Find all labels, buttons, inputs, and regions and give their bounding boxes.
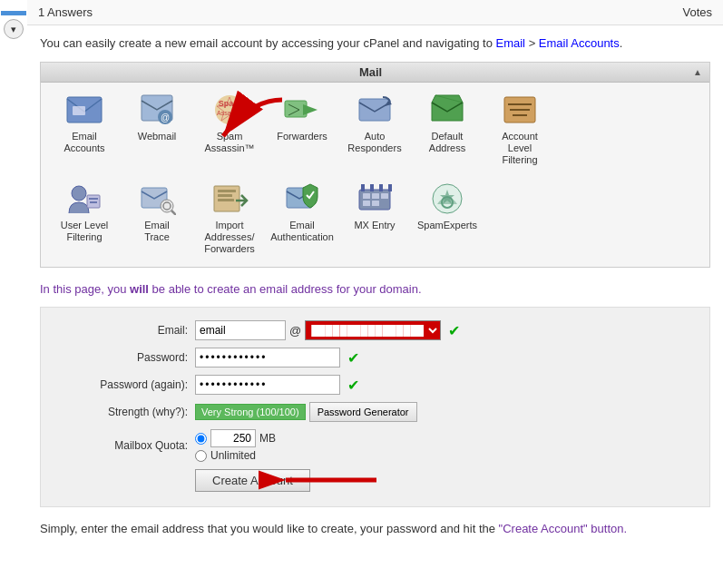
- auto-responders-icon-img: [353, 92, 396, 128]
- svg-rect-18: [87, 195, 100, 208]
- svg-rect-11: [359, 99, 390, 121]
- icon-forwarders[interactable]: Forwarders: [266, 86, 338, 172]
- mb-label: MB: [259, 432, 276, 445]
- webmail-icon: @: [138, 93, 176, 126]
- icon-auto-responders[interactable]: AutoResponders: [338, 86, 411, 172]
- email-input[interactable]: [195, 320, 286, 340]
- user-level-filtering-icon: [65, 182, 103, 215]
- svg-rect-31: [363, 193, 370, 199]
- bottom-highlight: "Create Account" button.: [499, 522, 627, 535]
- quota-unlimited-row: Unlimited: [195, 449, 276, 462]
- intro-text: You can easily create a new email accoun…: [40, 34, 710, 53]
- forwarders-icon: [283, 93, 321, 126]
- mail-panel-header: Mail ▲: [41, 63, 709, 83]
- default-address-label: DefaultAddress: [429, 131, 465, 154]
- mx-entry-label: MX Entry: [354, 220, 395, 231]
- password-generator-button[interactable]: Password Generator: [309, 402, 417, 422]
- svg-rect-33: [381, 193, 388, 199]
- icon-email-trace[interactable]: EmailTrace: [121, 175, 193, 261]
- email-authentication-label: EmailAuthentication: [270, 220, 334, 243]
- icon-account-level-filtering[interactable]: AccountLevelFiltering: [484, 86, 556, 172]
- svg-rect-37: [370, 184, 374, 191]
- svg-rect-32: [372, 193, 379, 199]
- mail-panel: Mail ▲: [40, 62, 710, 268]
- icon-webmail[interactable]: @ Webmail: [121, 86, 193, 172]
- svg-rect-2: [73, 106, 85, 115]
- icon-email-accounts[interactable]: EmailAccounts: [48, 86, 121, 172]
- password-again-check-icon: ✔: [347, 377, 359, 394]
- forwarders-icon-img: [280, 92, 324, 128]
- password-row: Password: ✔: [59, 348, 691, 368]
- svg-text:@: @: [161, 113, 170, 122]
- panel-collapse-icon[interactable]: ▲: [693, 67, 702, 77]
- account-level-filtering-icon-img: [498, 92, 542, 128]
- auto-responders-icon: [356, 93, 394, 126]
- password-label: Password:: [59, 351, 195, 364]
- form-panel: Email: @ ████████████████ ✔ Password:: [40, 307, 710, 507]
- spam-experts-icon: [428, 182, 466, 215]
- quota-mb-radio[interactable]: [195, 433, 207, 445]
- forwarders-label: Forwarders: [277, 131, 327, 142]
- votes-label: Votes: [682, 5, 712, 19]
- icon-import-addresses[interactable]: ImportAddresses/Forwarders: [193, 175, 266, 261]
- icon-user-level-filtering[interactable]: User LevelFiltering: [48, 175, 121, 261]
- spam-experts-icon-img: [425, 181, 469, 217]
- import-addresses-icon-img: [208, 181, 251, 217]
- spam-assassin-label: SpamAssassin™: [204, 131, 254, 154]
- password-control-group: ✔: [195, 348, 359, 368]
- account-level-filtering-label: AccountLevelFiltering: [502, 131, 538, 167]
- mailbox-quota-control-group: MB Unlimited: [195, 429, 276, 462]
- strength-indicator: Very Strong (100/100): [195, 404, 306, 420]
- icon-email-authentication[interactable]: EmailAuthentication: [266, 175, 338, 261]
- unlimited-label: Unlimited: [210, 449, 256, 462]
- mx-entry-icon: [356, 182, 394, 215]
- auto-responders-label: AutoResponders: [347, 131, 401, 154]
- icon-mx-entry[interactable]: MX Entry: [338, 175, 411, 261]
- icon-spam-experts[interactable]: SpamExperts: [411, 175, 484, 261]
- svg-rect-35: [372, 201, 379, 206]
- webmail-icon-img: @: [135, 92, 179, 128]
- icon-default-address[interactable]: DefaultAddress: [411, 86, 484, 172]
- quota-radio-group: MB Unlimited: [195, 429, 276, 462]
- icon-spam-assassin[interactable]: Spam Assassin SpamAssassin™: [193, 86, 266, 172]
- collapse-button[interactable]: ▾: [4, 19, 24, 39]
- svg-rect-38: [379, 184, 383, 191]
- strength-control-group: Very Strong (100/100) Password Generator: [195, 402, 417, 422]
- create-account-row: Create Account: [59, 469, 691, 492]
- answers-header: 1 Answers Votes: [27, 0, 723, 25]
- password-check-icon: ✔: [347, 349, 359, 367]
- spam-experts-label: SpamExperts: [417, 220, 477, 231]
- svg-line-23: [171, 211, 176, 215]
- svg-point-17: [72, 186, 86, 201]
- password-again-row: Password (again): ✔: [59, 375, 691, 395]
- mailbox-quota-row: Mailbox Quota: MB Unlimited: [59, 429, 691, 462]
- domain-select[interactable]: ████████████████: [305, 320, 441, 340]
- spam-assassin-icon-img: Spam Assassin: [208, 92, 251, 128]
- svg-rect-36: [361, 184, 365, 191]
- email-trace-icon-img: [135, 181, 179, 217]
- quota-unlimited-radio[interactable]: [195, 450, 207, 462]
- spam-icon: Spam Assassin: [210, 93, 249, 126]
- email-trace-label: EmailTrace: [144, 220, 170, 243]
- svg-rect-27: [218, 194, 232, 197]
- user-level-filtering-icon-img: [63, 181, 106, 217]
- svg-point-22: [161, 200, 173, 212]
- account-level-filtering-icon: [501, 93, 539, 126]
- email-row: Email: @ ████████████████ ✔: [59, 320, 691, 340]
- password-again-label: Password (again):: [59, 378, 195, 391]
- quota-value-input[interactable]: [210, 429, 256, 447]
- import-addresses-icon: [210, 182, 249, 215]
- svg-rect-39: [388, 184, 392, 191]
- svg-rect-30: [359, 190, 390, 210]
- webmail-label: Webmail: [138, 131, 177, 142]
- default-address-icon: [428, 93, 466, 126]
- password-again-input[interactable]: [195, 375, 340, 395]
- email-accounts-label: EmailAccounts: [64, 131, 104, 154]
- email-control-group: @ ████████████████ ✔: [195, 320, 460, 340]
- password-input[interactable]: [195, 348, 340, 368]
- mx-entry-icon-img: [353, 181, 396, 217]
- strength-label: Strength (why?):: [59, 406, 195, 418]
- svg-rect-28: [218, 199, 234, 201]
- mail-panel-title: Mail: [48, 65, 693, 79]
- user-level-filtering-label: User LevelFiltering: [61, 220, 109, 243]
